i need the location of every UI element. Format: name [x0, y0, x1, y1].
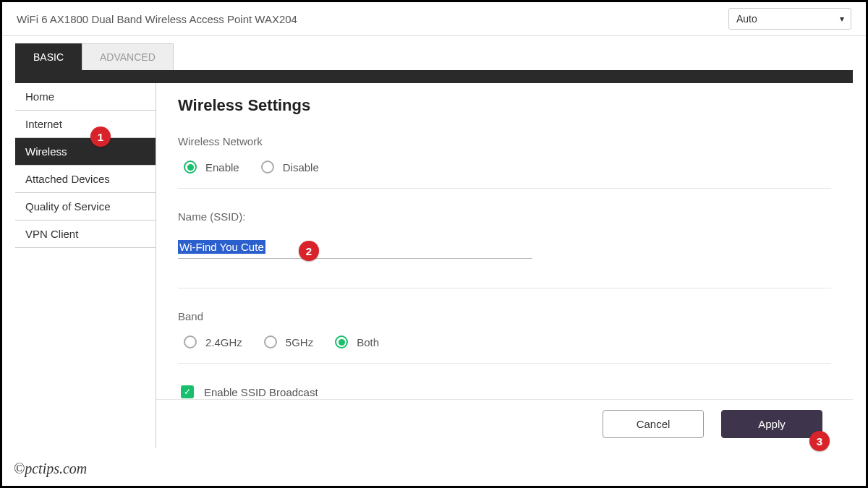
radio-band-5-label: 5GHz	[286, 336, 313, 348]
radio-band-24-label: 2.4GHz	[205, 336, 242, 348]
radio-icon	[184, 160, 197, 174]
tab-advanced[interactable]: ADVANCED	[82, 43, 174, 70]
tab-basic[interactable]: BASIC	[15, 43, 82, 70]
band-label: Band	[178, 310, 831, 322]
radio-band-5[interactable]: 5GHz	[264, 335, 313, 348]
sidebar-item-vpn-client[interactable]: VPN Client	[15, 221, 156, 248]
radio-band-both[interactable]: Both	[335, 335, 379, 348]
radio-enable-label: Enable	[205, 161, 239, 174]
ssid-value-selected: Wi-Find You Cute	[178, 240, 265, 254]
device-title: WiFi 6 AX1800 Dual Band Wireless Access …	[17, 13, 297, 25]
wireless-network-label: Wireless Network	[178, 135, 831, 147]
radio-enable[interactable]: Enable	[184, 160, 239, 174]
page-title: Wireless Settings	[178, 96, 831, 115]
sidebar: Home Internet Wireless Attached Devices …	[15, 83, 156, 448]
radio-band-24[interactable]: 2.4GHz	[184, 335, 242, 348]
sidebar-item-attached-devices[interactable]: Attached Devices	[15, 166, 156, 193]
sidebar-item-wireless[interactable]: Wireless	[15, 138, 156, 166]
radio-icon	[261, 160, 274, 174]
annotation-marker-2: 2	[299, 241, 319, 261]
checkbox-ssid-broadcast[interactable]: ✓ Enable SSID Broadcast	[178, 385, 831, 398]
ssid-label: Name (SSID):	[178, 210, 831, 223]
tab-bar	[15, 70, 853, 83]
watermark: ©pctips.com	[14, 461, 87, 477]
content-area: Wireless Settings Wireless Network Enabl…	[156, 83, 853, 423]
language-select[interactable]: Auto	[728, 8, 851, 30]
ssid-broadcast-label: Enable SSID Broadcast	[204, 386, 318, 398]
annotation-marker-1: 1	[90, 127, 111, 147]
radio-icon	[335, 335, 348, 348]
sidebar-item-internet[interactable]: Internet	[15, 111, 156, 138]
divider	[178, 288, 831, 288]
sidebar-item-qos[interactable]: Quality of Service	[15, 193, 156, 221]
apply-button[interactable]: Apply	[721, 410, 822, 438]
cancel-button[interactable]: Cancel	[603, 410, 704, 438]
radio-disable-label: Disable	[283, 161, 319, 174]
ssid-input[interactable]: Wi-Find You Cute	[178, 236, 532, 259]
radio-icon	[264, 335, 277, 348]
checkmark-icon: ✓	[181, 385, 194, 398]
radio-disable[interactable]: Disable	[261, 160, 319, 174]
annotation-marker-3: 3	[809, 431, 830, 451]
divider	[178, 188, 831, 189]
divider	[178, 363, 831, 364]
sidebar-item-home[interactable]: Home	[15, 83, 156, 111]
radio-icon	[184, 335, 197, 348]
radio-band-both-label: Both	[357, 336, 379, 348]
footer-buttons: Cancel Apply	[156, 399, 853, 448]
